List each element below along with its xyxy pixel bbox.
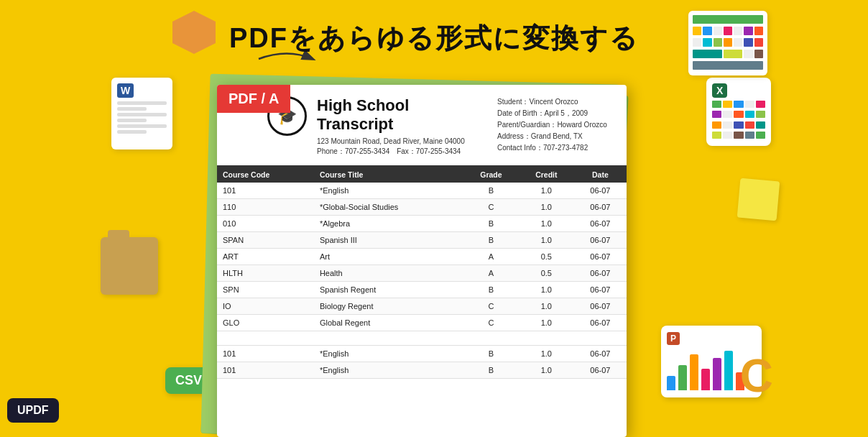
cal-cell bbox=[756, 121, 765, 129]
cal-cell bbox=[734, 121, 743, 129]
table-row: IO Biology Regent C 1.0 06-07 bbox=[217, 298, 627, 315]
cell-date: 06-07 bbox=[574, 346, 627, 362]
sticky-cell bbox=[744, 27, 752, 35]
cal-cell bbox=[712, 121, 721, 129]
word-doc-decoration: W bbox=[111, 78, 172, 150]
cell-date: 06-07 bbox=[574, 315, 627, 331]
doc-line bbox=[117, 119, 147, 122]
cell-code: HLTH bbox=[217, 265, 314, 282]
word-badge: W bbox=[117, 83, 134, 98]
cell-date: 06-07 bbox=[574, 298, 627, 315]
table-row: SPAN Spanish III B 1.0 06-07 bbox=[217, 232, 627, 249]
bar-item bbox=[667, 376, 675, 390]
table-row: 010 *Algebra B 1.0 06-07 bbox=[217, 216, 627, 232]
bar-item bbox=[690, 354, 698, 390]
main-document: PDF / A 🎓 High School Transcript 123 Mou… bbox=[217, 85, 627, 437]
pdf-badge: PDF / A bbox=[217, 85, 290, 113]
cal-cell bbox=[756, 111, 765, 118]
table-row: ART Art A 0.5 06-07 bbox=[217, 249, 627, 265]
cal-cell bbox=[734, 101, 743, 108]
cal-cell bbox=[745, 132, 754, 139]
cell-code: 101 bbox=[217, 346, 314, 362]
cell-date: 06-07 bbox=[574, 183, 627, 199]
cell-credit: 1.0 bbox=[519, 362, 574, 379]
cell-date: 06-07 bbox=[574, 216, 627, 232]
cell-credit: 1.0 bbox=[519, 282, 574, 298]
col-grade: Grade bbox=[463, 167, 519, 183]
cell-credit: 1.0 bbox=[519, 298, 574, 315]
cell-credit: 0.5 bbox=[519, 265, 574, 282]
bar-item bbox=[701, 369, 710, 390]
bar-item bbox=[724, 351, 733, 390]
cell-title: *English bbox=[314, 346, 463, 362]
sticky-cell bbox=[693, 61, 763, 70]
sticky-cell bbox=[714, 38, 722, 47]
cell-grade: A bbox=[463, 265, 519, 282]
table-row: HLTH Health A 0.5 06-07 bbox=[217, 265, 627, 282]
sticky-cell bbox=[754, 50, 763, 58]
cell-code: 110 bbox=[217, 199, 314, 216]
cell-title: Spanish III bbox=[314, 232, 463, 249]
table-row: 110 *Global-Social Studies C 1.0 06-07 bbox=[217, 199, 627, 216]
cell-date: 06-07 bbox=[574, 362, 627, 379]
student-address: Address：Grand Bend, TX bbox=[497, 131, 612, 142]
table-header-row: Course Code Course Title Grade Credit Da… bbox=[217, 167, 627, 183]
cell-code: 101 bbox=[217, 362, 314, 379]
cell-grade: B bbox=[463, 183, 519, 199]
cal-cell bbox=[723, 101, 732, 108]
cal-cell bbox=[745, 121, 754, 129]
cell-grade: B bbox=[463, 216, 519, 232]
sticky-cell bbox=[693, 38, 701, 47]
doc-line bbox=[117, 101, 167, 105]
calendar-grid bbox=[712, 101, 765, 140]
cal-cell bbox=[734, 132, 743, 139]
cell-code: 010 bbox=[217, 216, 314, 232]
cell-credit: 1.0 bbox=[519, 315, 574, 331]
transcript-table: Course Code Course Title Grade Credit Da… bbox=[217, 167, 627, 379]
cell-credit: 1.0 bbox=[519, 216, 574, 232]
cell-grade: B bbox=[463, 362, 519, 379]
table-row: GLO Global Regent C 1.0 06-07 bbox=[217, 315, 627, 331]
cal-cell bbox=[712, 101, 721, 108]
cell-grade: B bbox=[463, 282, 519, 298]
col-course-title: Course Title bbox=[314, 167, 463, 183]
document-title: High School Transcript bbox=[317, 96, 487, 134]
cell-date: 06-07 bbox=[574, 249, 627, 265]
cell-grade: C bbox=[463, 199, 519, 216]
doc-title-section: High School Transcript 123 Mountain Road… bbox=[317, 96, 487, 157]
table-row: SPN Spanish Regent B 1.0 06-07 bbox=[217, 282, 627, 298]
word-lines bbox=[117, 101, 167, 136]
hero-title: PDFをあらゆる形式に変換する bbox=[229, 20, 639, 57]
doc-line bbox=[117, 130, 147, 134]
cal-cell bbox=[756, 132, 765, 139]
sticky-cell bbox=[693, 50, 722, 58]
cell-date: 06-07 bbox=[574, 282, 627, 298]
cal-cell bbox=[712, 111, 721, 118]
cell-grade: C bbox=[463, 315, 519, 331]
cell-title: Spanish Regent bbox=[314, 282, 463, 298]
address-line1: 123 Mountain Road, Dead River, Maine 040… bbox=[317, 137, 487, 147]
cell-title: Health bbox=[314, 265, 463, 282]
table-row: 101 *English B 1.0 06-07 bbox=[217, 346, 627, 362]
cell-code: GLO bbox=[217, 315, 314, 331]
cell-code: 101 bbox=[217, 183, 314, 199]
doc-line bbox=[117, 113, 167, 116]
cell-title: *English bbox=[314, 362, 463, 379]
student-dob: Date of Birth：April 5，2009 bbox=[497, 108, 612, 119]
folder-decoration bbox=[101, 237, 158, 295]
col-credit: Credit bbox=[519, 167, 574, 183]
student-name: Student：Vincent Orozco bbox=[497, 96, 612, 108]
cell-credit: 0.5 bbox=[519, 249, 574, 265]
bar-item bbox=[678, 365, 687, 390]
sticky-cell bbox=[703, 38, 711, 47]
sticky-cell bbox=[693, 15, 763, 24]
cell-date: 06-07 bbox=[574, 199, 627, 216]
cell-title: *Global-Social Studies bbox=[314, 199, 463, 216]
hex-decoration bbox=[172, 11, 216, 54]
student-parent: Parent/Guardian：Howard Orozco bbox=[497, 119, 612, 131]
excel-decoration: X bbox=[706, 78, 771, 146]
cell-title: Global Regent bbox=[314, 315, 463, 331]
sticky-cell bbox=[754, 38, 763, 47]
cal-cell bbox=[745, 101, 754, 108]
sticky-cell bbox=[754, 27, 763, 35]
